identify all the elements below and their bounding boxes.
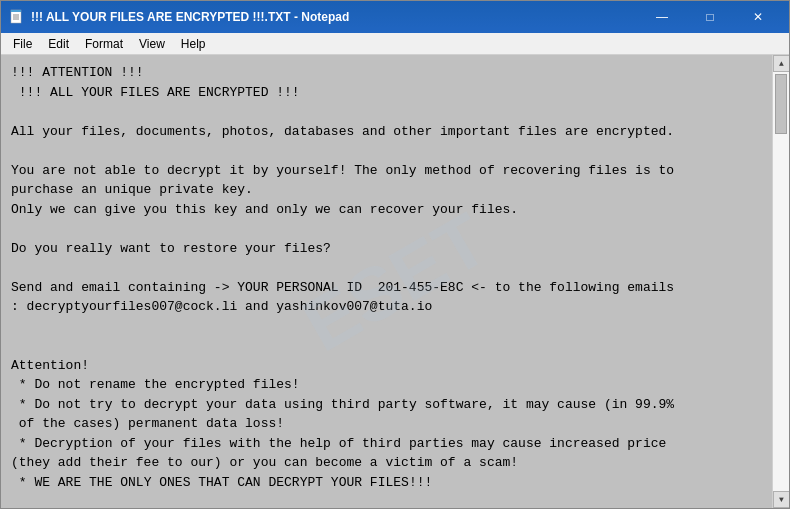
close-button[interactable]: ✕ — [735, 1, 781, 33]
svg-rect-1 — [11, 10, 21, 12]
content-wrapper: !!! ATTENTION !!! !!! ALL YOUR FILES ARE… — [1, 55, 789, 508]
scrollbar[interactable]: ▲ ▼ — [772, 55, 789, 508]
window-title: !!! ALL YOUR FILES ARE ENCRYPTED !!!.TXT… — [31, 10, 639, 24]
menu-help[interactable]: Help — [173, 35, 214, 53]
minimize-button[interactable]: — — [639, 1, 685, 33]
scroll-down-button[interactable]: ▼ — [773, 491, 789, 508]
maximize-button[interactable]: □ — [687, 1, 733, 33]
menu-view[interactable]: View — [131, 35, 173, 53]
menu-format[interactable]: Format — [77, 35, 131, 53]
notepad-window: !!! ALL YOUR FILES ARE ENCRYPTED !!!.TXT… — [0, 0, 790, 509]
menu-edit[interactable]: Edit — [40, 35, 77, 53]
menu-bar: File Edit Format View Help — [1, 33, 789, 55]
menu-file[interactable]: File — [5, 35, 40, 53]
scroll-thumb[interactable] — [775, 74, 787, 134]
window-controls: — □ ✕ — [639, 1, 781, 33]
title-bar: !!! ALL YOUR FILES ARE ENCRYPTED !!!.TXT… — [1, 1, 789, 33]
scroll-track[interactable] — [773, 72, 789, 491]
text-editor[interactable]: !!! ATTENTION !!! !!! ALL YOUR FILES ARE… — [1, 55, 772, 508]
window-icon — [9, 9, 25, 25]
scroll-up-button[interactable]: ▲ — [773, 55, 789, 72]
